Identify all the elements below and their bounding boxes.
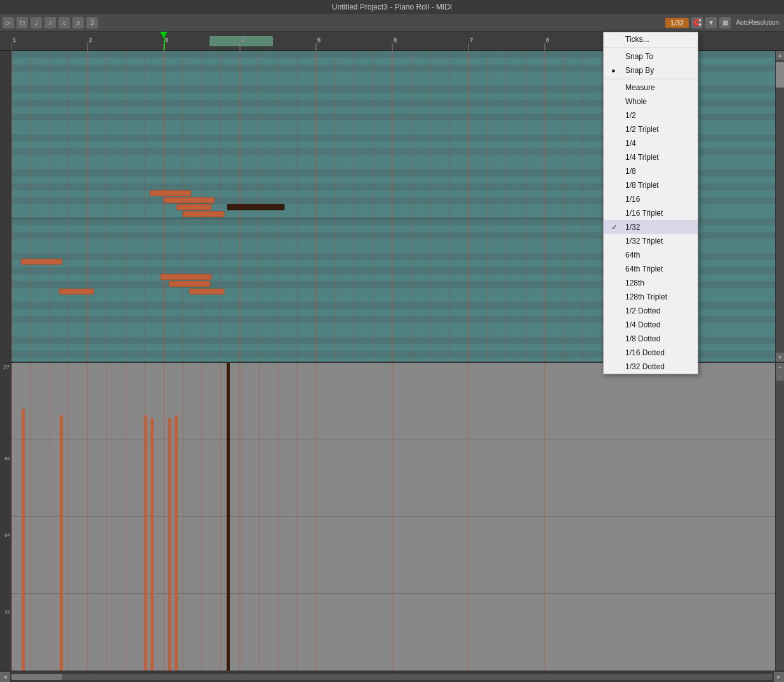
vel-label-32: 32 (4, 609, 10, 615)
velocity-svg (11, 363, 775, 671)
svg-rect-63 (176, 204, 211, 210)
svg-text:7: 7 (470, 37, 473, 43)
dropdown-item-128th[interactable]: 128th (604, 276, 698, 290)
svg-rect-101 (227, 363, 230, 671)
dropdown-item-whole[interactable]: Whole (604, 95, 698, 108)
velocity-grid[interactable] (11, 363, 775, 671)
dropdown-item-sixteenth-triplet[interactable]: 1/16 Triplet (604, 206, 698, 220)
magnet-icon[interactable]: 🧲 (691, 17, 703, 29)
vel-extra-btn-2[interactable]: - (776, 372, 784, 381)
dropdown-item-snap-to[interactable]: Snap To (604, 49, 698, 63)
dropdown-item-thirty-second-triplet[interactable]: 1/32 Triplet (604, 234, 698, 248)
resolution-button[interactable]: Auto Resolution (733, 17, 781, 29)
toolbar-icon-6[interactable]: ♬ (72, 17, 84, 29)
dropdown-item-sixty-fourth-triplet[interactable]: 64th Triplet (604, 262, 698, 276)
measure-label: 27 (3, 364, 10, 371)
svg-text:8: 8 (546, 37, 549, 43)
svg-rect-95 (22, 409, 25, 671)
horizontal-scrollbar[interactable]: ◄ ► (0, 671, 784, 682)
svg-rect-62 (164, 197, 215, 203)
dropdown-item-sixty-fourth[interactable]: 64th (604, 248, 698, 262)
dropdown-item-thirty-second[interactable]: ✓ 1/32 (604, 220, 698, 234)
scroll-down-button[interactable]: ▼ (776, 353, 784, 362)
svg-rect-70 (189, 289, 224, 294)
svg-rect-66 (21, 259, 62, 265)
h-scroll-thumb[interactable] (11, 674, 62, 680)
velocity-scrollbar[interactable]: + - (775, 363, 784, 671)
svg-rect-96 (60, 415, 63, 671)
scroll-right-button[interactable]: ► (774, 672, 784, 682)
toolbar-icon-2[interactable]: ◻ (17, 17, 28, 29)
title-bar: Untitled Project3 - Piano Roll - MIDI (0, 0, 784, 14)
svg-rect-69 (169, 281, 210, 287)
dropdown-item-quarter-triplet[interactable]: 1/4 Triplet (604, 150, 698, 164)
snap-dropdown-menu[interactable]: Ticks... Snap To ● Snap By Measure Whole… (603, 32, 698, 374)
h-scroll-track[interactable] (11, 674, 773, 680)
grid-icon[interactable]: ▦ (719, 17, 731, 29)
dropdown-item-measure[interactable]: Measure (604, 81, 698, 95)
dropdown-item-half-dotted[interactable]: 1/2 Dotted (604, 304, 698, 318)
svg-rect-67 (59, 289, 94, 294)
scroll-up-button[interactable]: ▲ (776, 51, 784, 60)
scroll-thumb[interactable] (776, 62, 784, 88)
dropdown-item-eighth-dotted[interactable]: 1/8 Dotted (604, 332, 698, 346)
dropdown-item-sixteenth[interactable]: 1/16 (604, 192, 698, 206)
svg-rect-98 (150, 418, 154, 671)
svg-rect-61 (150, 190, 191, 196)
toolbar-icon-3[interactable]: ♩ (30, 17, 42, 29)
dropdown-separator-2 (604, 79, 698, 79)
dropdown-item-half-triplet[interactable]: 1/2 Triplet (604, 122, 698, 136)
toolbar-icon-4[interactable]: ♪ (44, 17, 56, 29)
svg-text:6: 6 (394, 37, 397, 43)
svg-rect-65 (227, 204, 284, 210)
vel-label-96: 96 (4, 456, 10, 461)
svg-rect-97 (144, 415, 147, 671)
vel-label-64: 64 (4, 532, 10, 538)
velocity-labels: 27 96 64 32 (0, 363, 11, 671)
dropdown-item-ticks[interactable]: Ticks... (604, 32, 698, 46)
svg-rect-68 (161, 274, 211, 280)
timeline-ticks: 1 2 3 4 5 6 7 8 (11, 32, 621, 51)
dropdown-item-sixteenth-dotted[interactable]: 1/16 Dotted (604, 346, 698, 360)
velocity-section: 27 96 64 32 (0, 363, 784, 671)
piano-keys (0, 51, 11, 362)
dropdown-item-snap-by[interactable]: ● Snap By (604, 63, 698, 77)
snap-value-button[interactable]: 1/32 (665, 18, 689, 28)
toolbar-icon-1[interactable]: ▷ (3, 17, 14, 29)
vel-extra-btn-1[interactable]: + (776, 363, 784, 372)
svg-rect-99 (168, 418, 171, 671)
dropdown-item-128th-triplet[interactable]: 128th Triplet (604, 290, 698, 304)
scroll-left-button[interactable]: ◄ (0, 672, 10, 682)
toolbar-icon-7[interactable]: 3 (86, 17, 98, 29)
svg-text:1: 1 (13, 37, 16, 43)
vertical-scrollbar[interactable]: ▲ ▼ (775, 51, 784, 362)
toolbar: ▷ ◻ ♩ ♪ ♫ ♬ 3 1/32 🧲 ▼ ▦ Auto Resolution (0, 14, 784, 32)
dropdown-separator-1 (604, 48, 698, 48)
dropdown-item-quarter[interactable]: 1/4 (604, 136, 698, 150)
svg-text:2: 2 (89, 37, 92, 43)
svg-text:4: 4 (241, 37, 244, 43)
dropdown-item-eighth[interactable]: 1/8 (604, 164, 698, 178)
title-text: Untitled Project3 - Piano Roll - MIDI (332, 3, 452, 11)
dropdown-item-quarter-dotted[interactable]: 1/4 Dotted (604, 318, 698, 332)
dropdown-item-thirty-second-dotted[interactable]: 1/32 Dotted (604, 360, 698, 374)
dropdown-item-half[interactable]: 1/2 (604, 108, 698, 122)
svg-text:5: 5 (317, 37, 321, 43)
svg-rect-64 (183, 211, 224, 217)
svg-text:3: 3 (165, 37, 168, 43)
toolbar-icon-5[interactable]: ♫ (58, 17, 70, 29)
dropdown-item-eighth-triplet[interactable]: 1/8 Triplet (604, 178, 698, 192)
snap-arrow-icon[interactable]: ▼ (705, 17, 717, 29)
svg-rect-100 (175, 415, 178, 671)
